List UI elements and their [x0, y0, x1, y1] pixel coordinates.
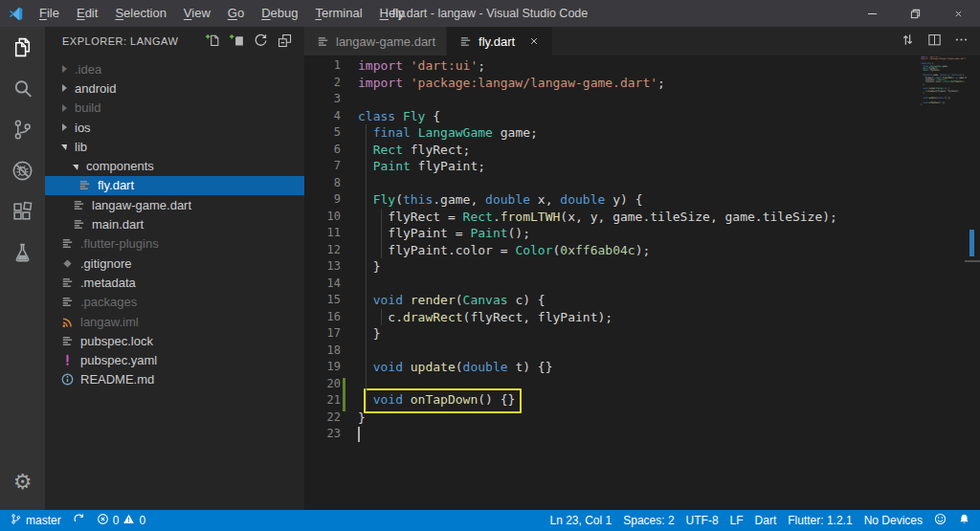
status-encoding[interactable]: UTF-8 — [680, 510, 724, 531]
tree-item-fly.dart[interactable]: fly.dart — [45, 176, 304, 195]
code-line[interactable]: c.drawRect(flyRect, flyPaint); — [358, 309, 980, 326]
code-line[interactable] — [358, 276, 980, 293]
tree-item-label: ios — [75, 121, 91, 135]
tree-item-langaw-game.dart[interactable]: langaw-game.dart — [45, 195, 304, 214]
activity-extensions[interactable] — [0, 191, 45, 232]
tree-item-lib[interactable]: lib — [45, 137, 304, 156]
code-line[interactable]: Fly(this.game, double x, double y) { — [358, 191, 980, 209]
tree-item-pubspec.yaml[interactable]: pubspec.yaml — [45, 350, 304, 369]
compare-changes-icon — [900, 32, 916, 52]
code-line[interactable]: import 'dart:ui'; — [358, 57, 980, 75]
tree-item-ios[interactable]: ios — [45, 118, 304, 137]
tree-item-label: .packages — [80, 295, 137, 309]
minimize-button[interactable] — [851, 0, 894, 27]
activity-search[interactable] — [0, 68, 45, 109]
close-icon[interactable] — [526, 33, 542, 49]
bell-icon — [958, 513, 970, 528]
activity-debug[interactable] — [0, 150, 45, 191]
menu-terminal[interactable]: Terminal — [306, 0, 370, 27]
minimap-line: import 'package:langaw/langaw-game.dart'… — [921, 58, 967, 60]
status-eol-label: LF — [730, 514, 744, 527]
status-cursor-position[interactable]: Ln 23, Col 1 — [544, 510, 617, 531]
line-number: 16 — [304, 309, 358, 326]
code-line[interactable]: } — [358, 258, 980, 276]
code-line[interactable]: flyRect = Rect.fromLTWH(x, y, game.tileS… — [358, 209, 980, 226]
menu-help[interactable]: Help — [371, 0, 414, 27]
code-line[interactable]: Rect flyRect; — [358, 142, 980, 159]
tab-label: fly.dart — [479, 34, 515, 49]
code-line[interactable] — [358, 426, 980, 443]
code-line[interactable]: } — [358, 325, 980, 343]
status-sync-button[interactable] — [67, 510, 91, 531]
tree-item-.gitignore[interactable]: .gitignore — [45, 254, 304, 273]
code-line[interactable]: void update(double t) {} — [358, 359, 980, 376]
close-button[interactable] — [937, 0, 980, 27]
tree-item-readme.md[interactable]: README.md — [45, 370, 304, 389]
status-devices[interactable]: No Devices — [858, 510, 928, 531]
code-line[interactable] — [358, 175, 980, 192]
status-indentation[interactable]: Spaces: 2 — [617, 510, 679, 531]
file-lines-icon — [59, 295, 75, 310]
code-line[interactable] — [358, 343, 980, 360]
tree-item-label: fly.dart — [98, 178, 134, 192]
collapse-all-button[interactable] — [273, 29, 297, 54]
menu-debug[interactable]: Debug — [253, 0, 306, 27]
tree-item-.idea[interactable]: .idea — [45, 59, 304, 78]
tree-item-.flutter-plugins[interactable]: .flutter-plugins — [45, 234, 304, 254]
indent-guide — [366, 124, 367, 409]
menu-selection[interactable]: Selection — [106, 0, 174, 27]
branch-icon — [10, 513, 22, 528]
tree-item-label: pubspec.yaml — [80, 353, 157, 367]
code-line[interactable]: void render(Canvas c) { — [358, 292, 980, 309]
status-feedback-smiley[interactable] — [928, 510, 952, 531]
chevron-down-icon — [73, 165, 78, 170]
status-right: Ln 23, Col 1Spaces: 2UTF-8LFDartFlutter:… — [544, 510, 976, 531]
warning-count: 0 — [139, 514, 145, 527]
status-flutter-version[interactable]: Flutter: 1.2.1 — [782, 510, 858, 531]
tab-fly.dart[interactable]: fly.dart — [447, 27, 553, 55]
code-line[interactable]: void onTapDown() {} — [358, 392, 980, 409]
status-notifications-bell[interactable] — [952, 510, 976, 531]
status-problems[interactable]: 00 — [91, 510, 151, 531]
tree-item-label: .gitignore — [80, 256, 131, 271]
explorer-title: EXPLORER: LANGAW — [62, 35, 178, 47]
tree-item-main.dart[interactable]: main.dart — [45, 214, 304, 233]
code-line[interactable]: final LangawGame game; — [358, 124, 980, 142]
more-actions-button[interactable] — [947, 27, 974, 55]
code-line[interactable]: class Fly { — [358, 108, 980, 125]
menu-go[interactable]: Go — [219, 0, 253, 27]
code-line[interactable]: Paint flyPaint; — [358, 158, 980, 175]
status-eol[interactable]: LF — [724, 510, 749, 531]
tree-item-pubspec.lock[interactable]: pubspec.lock — [45, 331, 304, 350]
status-language-mode[interactable]: Dart — [749, 510, 783, 531]
new-file-button[interactable] — [201, 29, 225, 54]
code-line[interactable] — [358, 91, 980, 108]
minimap[interactable]: import 'dart:ui';import 'package:langaw/… — [921, 56, 967, 109]
menu-edit[interactable]: Edit — [68, 0, 106, 27]
code-line[interactable]: flyPaint.color = Color(0xff6ab04c); — [358, 242, 980, 259]
tree-item-components[interactable]: components — [45, 156, 304, 175]
code-line[interactable]: flyPaint = Paint(); — [358, 225, 980, 242]
tree-item-.packages[interactable]: .packages — [45, 293, 304, 312]
tab-langaw-game.dart[interactable]: langaw-game.dart — [304, 27, 447, 55]
tree-item-label: .metadata — [80, 276, 136, 290]
git-diamond-icon — [59, 255, 75, 271]
new-folder-button[interactable] — [225, 29, 249, 54]
menu-view[interactable]: View — [175, 0, 219, 27]
restore-button[interactable] — [894, 0, 937, 27]
status-git-branch[interactable]: master — [4, 510, 67, 531]
compare-changes-button[interactable] — [894, 27, 921, 55]
tree-item-.metadata[interactable]: .metadata — [45, 273, 304, 292]
menu-file[interactable]: File — [31, 0, 68, 27]
activity-test-beaker[interactable] — [0, 232, 45, 274]
code-line[interactable]: import 'package:langaw/langaw-game.dart'… — [358, 75, 980, 92]
code-area[interactable]: import 'dart:ui';import 'package:langaw/… — [358, 57, 980, 443]
tree-item-langaw.iml[interactable]: langaw.iml — [45, 312, 304, 331]
activity-explorer[interactable] — [0, 27, 45, 68]
tree-item-android[interactable]: android — [45, 78, 304, 98]
refresh-button[interactable] — [249, 29, 273, 54]
activity-settings-gear[interactable]: ⚙ — [0, 461, 45, 502]
activity-source-control[interactable] — [0, 109, 45, 150]
tree-item-build[interactable]: build — [45, 99, 304, 118]
split-editor-button[interactable] — [921, 27, 947, 55]
